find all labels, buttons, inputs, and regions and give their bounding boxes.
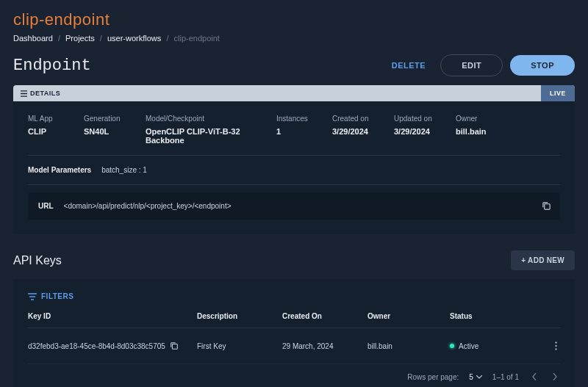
tab-live-label: LIVE	[550, 90, 566, 97]
url-label: URL	[28, 202, 64, 210]
model-params-label: Model Parameters	[28, 166, 91, 174]
pager-prev-icon[interactable]	[529, 372, 539, 382]
pager-next-icon[interactable]	[550, 372, 560, 382]
svg-rect-0	[545, 204, 550, 209]
col-created: Created On	[282, 312, 368, 320]
copy-icon[interactable]	[542, 201, 551, 211]
pager-range: 1–1 of 1	[492, 373, 519, 381]
svg-point-2	[555, 341, 556, 343]
apikeys-panel: FILTERS Key ID Description Created On Ow…	[13, 279, 575, 387]
breadcrumb-sep: /	[100, 34, 102, 43]
keyid-value: d32febd3-ae18-45ce-8b4d-8d03c38c5705	[28, 342, 165, 350]
page-title: clip-endpoint	[13, 10, 575, 29]
page-size-select[interactable]: 5	[469, 373, 482, 381]
mlapp-value: CLIP	[28, 127, 69, 136]
endpoint-heading: Endpoint	[13, 57, 91, 75]
col-keyid: Key ID	[28, 312, 197, 320]
updated-label: Updated on	[394, 115, 441, 123]
stop-button[interactable]: STOP	[510, 55, 575, 76]
status-dot-icon	[450, 344, 454, 348]
breadcrumb-workflows[interactable]: user-workflows	[107, 34, 161, 43]
col-desc: Description	[197, 312, 282, 320]
pager-label: Rows per page:	[407, 373, 459, 381]
instances-label: Instances	[276, 115, 318, 123]
generation-value: SN40L	[84, 127, 131, 136]
breadcrumb-sep: /	[58, 34, 60, 43]
model-value: OpenCLIP CLIP-ViT-B-32 Backbone	[146, 127, 262, 145]
svg-point-3	[555, 345, 556, 347]
tab-details[interactable]: DETAILS	[13, 85, 541, 101]
breadcrumb-projects[interactable]: Projects	[65, 34, 95, 43]
apikeys-heading: API Keys	[13, 254, 62, 267]
breadcrumb-dashboard[interactable]: Dashboard	[13, 34, 53, 43]
filters-button[interactable]: FILTERS	[28, 292, 560, 300]
row-menu-icon[interactable]	[552, 339, 560, 353]
delete-button[interactable]: DELETE	[384, 55, 433, 76]
col-owner: Owner	[368, 312, 450, 320]
mlapp-label: ML App	[28, 115, 69, 123]
page-size-value: 5	[469, 373, 473, 381]
desc-value: First Key	[197, 342, 282, 350]
breadcrumb: Dashboard / Projects / user-workflows / …	[13, 34, 575, 43]
chevron-down-icon	[476, 375, 482, 379]
generation-label: Generation	[84, 115, 131, 123]
filters-label: FILTERS	[41, 292, 74, 300]
owner-value: bill.bain	[456, 127, 507, 136]
created-value: 3/29/2024	[332, 127, 379, 136]
list-icon	[21, 90, 27, 97]
breadcrumb-sep: /	[166, 34, 168, 43]
svg-rect-1	[172, 344, 177, 349]
tab-details-label: DETAILS	[30, 90, 60, 97]
svg-point-4	[555, 348, 556, 350]
tab-live[interactable]: LIVE	[541, 85, 575, 101]
updated-value: 3/29/2024	[394, 127, 441, 136]
add-new-button[interactable]: + ADD NEW	[511, 250, 575, 270]
edit-button[interactable]: EDIT	[440, 54, 503, 76]
filter-icon	[28, 293, 37, 300]
table-row: d32febd3-ae18-45ce-8b4d-8d03c38c5705 Fir…	[28, 328, 560, 364]
col-status: Status	[450, 312, 531, 320]
url-value: <domain>/api/predict/nlp/<project_key>/<…	[64, 202, 542, 210]
created-label: Created on	[332, 115, 379, 123]
model-params-value: batch_size : 1	[101, 166, 147, 174]
created-value: 29 March, 2024	[282, 342, 368, 350]
instances-value: 1	[276, 127, 318, 136]
model-label: Model/Checkpoint	[146, 115, 262, 123]
copy-icon[interactable]	[170, 341, 179, 350]
details-panel: DETAILS LIVE ML App CLIP Generation SN40…	[13, 85, 575, 234]
owner-label: Owner	[456, 115, 507, 123]
status-value: Active	[459, 342, 478, 350]
owner-value: bill.bain	[368, 342, 450, 350]
breadcrumb-current: clip-endpoint	[174, 34, 220, 43]
